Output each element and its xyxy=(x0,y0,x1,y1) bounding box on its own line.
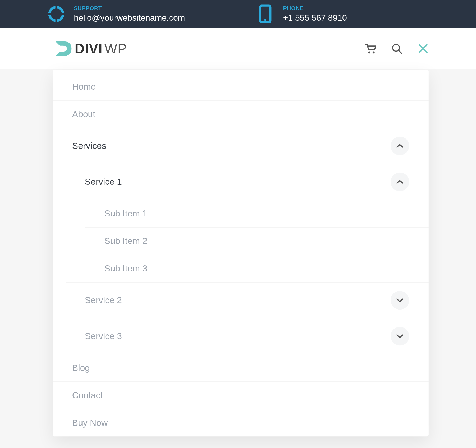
nav-link-services[interactable]: Services xyxy=(53,128,428,164)
nav-label: Service 1 xyxy=(85,177,390,187)
nav-label: Service 2 xyxy=(85,295,390,305)
cart-icon[interactable] xyxy=(365,44,376,54)
nav-link-sub3[interactable]: Sub Item 3 xyxy=(85,255,428,282)
logo-text-part1: DIVI xyxy=(75,41,103,56)
svg-point-9 xyxy=(372,52,374,54)
nav-item-sub3: Sub Item 3 xyxy=(85,255,428,282)
phone-value[interactable]: +1 555 567 8910 xyxy=(283,13,347,23)
support-label: SUPPORT xyxy=(74,5,185,11)
nav-label: Service 3 xyxy=(85,331,390,341)
nav-item-home: Home xyxy=(53,73,428,101)
toggle-service2[interactable] xyxy=(390,291,409,310)
nav-link-contact[interactable]: Contact xyxy=(53,382,428,409)
nav-link-service2[interactable]: Service 2 xyxy=(65,283,428,318)
topbar: SUPPORT hello@yourwebsitename.com PHONE … xyxy=(0,0,476,28)
nav-link-service1[interactable]: Service 1 xyxy=(65,164,428,200)
nav-label: Blog xyxy=(72,363,409,373)
nav-link-sub1[interactable]: Sub Item 1 xyxy=(85,200,428,227)
toggle-service1[interactable] xyxy=(390,173,409,191)
support-value[interactable]: hello@yourwebsitename.com xyxy=(74,13,185,23)
search-icon[interactable] xyxy=(391,43,402,54)
nav-label: Buy Now xyxy=(72,418,409,428)
nav-label: Sub Item 3 xyxy=(104,264,409,274)
svg-line-11 xyxy=(398,50,401,53)
nav-item-contact: Contact xyxy=(53,382,428,409)
nav-item-sub1: Sub Item 1 xyxy=(85,200,428,227)
phone-label: PHONE xyxy=(283,5,347,11)
nav-label: Contact xyxy=(72,390,409,400)
nav-item-about: About xyxy=(53,101,428,128)
nav-item-service1: Service 1 xyxy=(65,164,428,282)
phone-block: PHONE +1 555 567 8910 xyxy=(257,5,347,23)
header: DIVIWP xyxy=(0,28,476,70)
nav-item-blog: Blog xyxy=(53,354,428,382)
nav-link-about[interactable]: About xyxy=(53,101,428,128)
nav-label: Sub Item 2 xyxy=(104,236,409,246)
phone-device-icon xyxy=(257,6,274,22)
nav-link-buy[interactable]: Buy Now xyxy=(53,409,428,436)
nav-link-sub2[interactable]: Sub Item 2 xyxy=(85,228,428,255)
close-menu-icon[interactable] xyxy=(417,43,428,54)
logo-mark-icon xyxy=(53,39,73,58)
svg-point-8 xyxy=(368,52,370,54)
toggle-service3[interactable] xyxy=(390,327,409,345)
nav-label: Services xyxy=(72,141,390,151)
nav-label: Home xyxy=(72,82,409,92)
chevron-up-icon xyxy=(396,179,404,184)
nav-link-blog[interactable]: Blog xyxy=(53,354,428,381)
chevron-down-icon xyxy=(396,334,404,339)
nav-link-home[interactable]: Home xyxy=(53,73,428,100)
chevron-up-icon xyxy=(396,143,404,148)
nav-item-sub2: Sub Item 2 xyxy=(85,227,428,255)
logo[interactable]: DIVIWP xyxy=(53,39,127,58)
toggle-services[interactable] xyxy=(390,137,409,155)
lifering-icon xyxy=(48,6,65,22)
nav-item-service2: Service 2 xyxy=(65,282,428,318)
nav-item-service3: Service 3 xyxy=(65,318,428,354)
support-block: SUPPORT hello@yourwebsitename.com xyxy=(48,5,185,23)
chevron-down-icon xyxy=(396,298,404,303)
svg-point-7 xyxy=(264,19,266,21)
nav-item-buy: Buy Now xyxy=(53,409,428,436)
nav-label: About xyxy=(72,109,409,119)
nav-link-service3[interactable]: Service 3 xyxy=(65,318,428,354)
nav-item-services: Services Service 1 xyxy=(53,128,428,354)
logo-text-part2: WP xyxy=(104,41,127,56)
nav-label: Sub Item 1 xyxy=(104,209,409,219)
mobile-menu-panel: Home About Services xyxy=(53,70,428,436)
svg-point-1 xyxy=(53,11,59,17)
